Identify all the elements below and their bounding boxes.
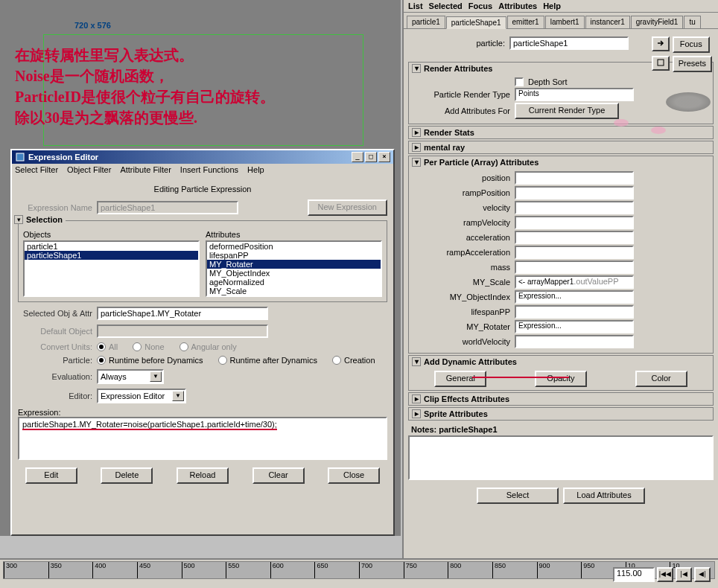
attr-item[interactable]: MY_ObjectIndex xyxy=(207,269,381,278)
pp-field-my_rotater[interactable]: Expression... xyxy=(515,320,634,333)
collapse-toggle[interactable]: ▸ xyxy=(412,409,421,418)
depth-sort-checkbox[interactable] xyxy=(515,77,524,86)
tab-lambert1[interactable]: lambert1 xyxy=(545,16,585,28)
tab-emitter1[interactable]: emitter1 xyxy=(507,16,544,28)
object-item-particle1[interactable]: particle1 xyxy=(25,242,198,251)
clear-button[interactable]: Clear xyxy=(252,467,305,484)
tab-instancer1[interactable]: instancer1 xyxy=(585,16,630,28)
close-button[interactable]: Close xyxy=(328,467,380,484)
current-frame-field[interactable]: 115.00 xyxy=(613,567,655,582)
timeline-tick[interactable]: 550 xyxy=(226,562,270,578)
timeline-tick[interactable]: 300 xyxy=(4,562,48,578)
pp-field-mass[interactable] xyxy=(515,261,634,274)
timeline-tick[interactable]: 650 xyxy=(314,562,359,578)
focus-button[interactable]: Focus xyxy=(673,36,710,53)
attributes-listbox[interactable]: deformedPosition lifespanPP MY_Rotater M… xyxy=(206,240,382,297)
pp-field-rampposition[interactable] xyxy=(515,186,634,199)
radio-angular[interactable] xyxy=(180,342,188,351)
pp-field-my_scale[interactable]: <- arrayMapper1.outValuePP xyxy=(515,275,634,289)
notes-textarea[interactable] xyxy=(408,435,714,480)
color-button[interactable]: Color xyxy=(635,371,687,387)
play-back-button[interactable]: ◀| xyxy=(694,567,711,582)
go-button[interactable] xyxy=(652,36,670,51)
timeline-tick[interactable]: 800 xyxy=(448,562,492,578)
timeline-tick[interactable]: 700 xyxy=(359,562,404,578)
evaluation-dropdown[interactable]: Always ▼ xyxy=(97,369,164,384)
pp-field-acceleration[interactable] xyxy=(515,231,634,244)
menu-focus[interactable]: Focus xyxy=(468,1,492,10)
close-button[interactable]: × xyxy=(378,152,390,162)
section-header-clip-effects[interactable]: ▸ Clip Effects Attributes xyxy=(409,393,713,405)
timeline-tick[interactable]: 600 xyxy=(270,562,315,578)
radio-runtime-before[interactable] xyxy=(97,356,106,365)
timeline-tick[interactable]: 850 xyxy=(492,562,537,578)
new-expression-button[interactable]: New Expression xyxy=(308,199,387,216)
opacity-button[interactable]: Opacity xyxy=(535,371,587,387)
collapse-toggle[interactable]: ▸ xyxy=(412,128,421,137)
selection-collapse-toggle[interactable]: ▾ xyxy=(14,215,23,224)
section-header-sprite-attrs[interactable]: ▸ Sprite Attributes xyxy=(409,408,713,420)
timeline-tick[interactable]: 350 xyxy=(48,562,93,578)
presets-button[interactable]: Presets xyxy=(673,56,712,72)
timeline-tick[interactable]: 500 xyxy=(182,562,226,578)
object-item-particleshape1[interactable]: particleShape1 xyxy=(25,251,198,260)
menu-help[interactable]: Help xyxy=(543,1,561,10)
pp-field-lifespanpp[interactable] xyxy=(515,305,634,319)
particle-name-field[interactable]: particleShape1 xyxy=(509,36,629,50)
menu-help[interactable]: Help xyxy=(247,165,264,174)
edit-button[interactable]: Edit xyxy=(25,467,77,484)
collapse-toggle[interactable]: ▾ xyxy=(412,64,421,73)
timeline-ruler[interactable]: 3003504004505005506006507007508008509009… xyxy=(3,561,715,579)
collapse-toggle[interactable]: ▸ xyxy=(412,394,421,403)
load-attributes-button[interactable]: Load Attributes xyxy=(563,488,645,504)
radio-none[interactable] xyxy=(133,342,142,351)
collapse-toggle[interactable]: ▾ xyxy=(412,158,421,167)
render-type-field[interactable]: Points xyxy=(515,88,634,101)
window-title-bar[interactable]: Expression Editor _ □ × xyxy=(12,150,393,164)
pp-field-rampacceleration[interactable] xyxy=(515,246,634,259)
menu-attributes[interactable]: Attributes xyxy=(498,1,537,10)
pp-field-position[interactable] xyxy=(515,171,634,185)
menu-select-filter[interactable]: Select Filter xyxy=(15,165,58,174)
timeline-tick[interactable]: 400 xyxy=(92,562,137,578)
minimize-button[interactable]: _ xyxy=(352,152,363,162)
radio-all[interactable] xyxy=(97,342,106,351)
show-button[interactable] xyxy=(652,56,670,71)
rewind-start-button[interactable]: |◀◀ xyxy=(657,567,673,582)
general-button[interactable]: General xyxy=(434,371,486,387)
pp-field-rampvelocity[interactable] xyxy=(515,216,634,229)
attr-item[interactable]: lifespanPP xyxy=(207,251,381,260)
objects-listbox[interactable]: particle1 particleShape1 xyxy=(23,240,200,297)
radio-runtime-after[interactable] xyxy=(218,356,227,365)
attr-item[interactable]: ageNormalized xyxy=(207,278,381,287)
timeline-tick[interactable]: 750 xyxy=(404,562,448,578)
attr-item-my-rotater[interactable]: MY_Rotater xyxy=(207,260,381,269)
expr-name-field[interactable]: particleShape1 xyxy=(97,201,238,214)
section-header-add-dynamic[interactable]: ▾ Add Dynamic Attributes xyxy=(409,356,713,368)
tab-particle1[interactable]: particle1 xyxy=(407,16,445,28)
selected-obj-field[interactable]: particleShape1.MY_Rotater xyxy=(97,307,268,320)
attr-item[interactable]: MY_Scale xyxy=(207,287,381,295)
section-header-render-stats[interactable]: ▸ Render Stats xyxy=(409,127,713,138)
collapse-toggle[interactable]: ▸ xyxy=(412,143,421,152)
delete-button[interactable]: Delete xyxy=(101,467,153,484)
pp-field-my_objectindex[interactable]: Expression... xyxy=(515,290,634,304)
pp-field-worldvelocity[interactable] xyxy=(515,335,634,348)
viewport-render-area[interactable]: 720 x 576 在旋转属性里写入表达式。 Noise是一个随机函数， Par… xyxy=(7,0,395,149)
step-back-button[interactable]: |◀ xyxy=(676,567,692,582)
current-render-type-button[interactable]: Current Render Type xyxy=(515,103,619,119)
tab-particleshape1[interactable]: particleShape1 xyxy=(446,16,506,29)
maximize-button[interactable]: □ xyxy=(365,152,377,162)
menu-selected[interactable]: Selected xyxy=(429,1,463,10)
menu-object-filter[interactable]: Object Filter xyxy=(67,165,111,174)
section-header-mental-ray[interactable]: ▸ mental ray xyxy=(409,141,713,153)
timeline-tick[interactable]: 450 xyxy=(137,562,182,578)
menu-list[interactable]: List xyxy=(408,1,423,10)
menu-insert-functions[interactable]: Insert Functions xyxy=(180,165,238,174)
tab-more[interactable]: tu xyxy=(684,16,700,28)
select-button[interactable]: Select xyxy=(477,488,559,504)
menu-attribute-filter[interactable]: Attribute Filter xyxy=(120,165,171,174)
radio-creation[interactable] xyxy=(332,356,341,365)
pp-field-velocity[interactable] xyxy=(515,201,634,214)
timeline-tick[interactable]: 900 xyxy=(537,562,582,578)
